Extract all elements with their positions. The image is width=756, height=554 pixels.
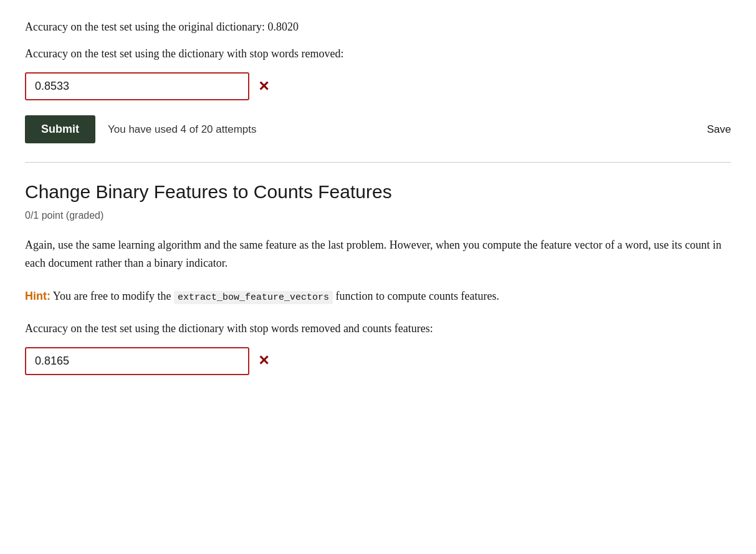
hint-line: Hint: You are free to modify the extract… (25, 287, 731, 305)
answer-input-2[interactable] (25, 347, 249, 375)
attempts-text: You have used 4 of 20 attempts (108, 123, 257, 136)
section-title: Change Binary Features to Counts Feature… (25, 181, 731, 203)
answer-input-row-2: ✕ (25, 347, 731, 375)
accuracy-stop-words-label: Accuracy on the test set using the dicti… (25, 45, 731, 62)
accuracy-counts-label: Accuracy on the test set using the dicti… (25, 320, 731, 337)
hint-label: Hint: (25, 290, 50, 302)
description-text: Again, use the same learning algorithm a… (25, 236, 731, 272)
section-divider (25, 162, 731, 163)
clear-input-2-icon[interactable]: ✕ (258, 353, 269, 369)
clear-input-1-icon[interactable]: ✕ (258, 79, 269, 95)
submit-row: Submit You have used 4 of 20 attempts Sa… (25, 115, 731, 143)
accuracy-original-text: Accuracy on the test set using the origi… (25, 19, 731, 36)
answer-input-row-1: ✕ (25, 72, 731, 100)
counts-features-section: Change Binary Features to Counts Feature… (25, 181, 731, 375)
hint-suffix-text: function to compute counts features. (336, 290, 499, 302)
save-link[interactable]: Save (707, 123, 731, 136)
answer-input-1[interactable] (25, 72, 249, 100)
points-label: 0/1 point (graded) (25, 210, 731, 221)
hint-code: extract_bow_feature_vectors (174, 291, 333, 304)
hint-text: You are free to modify the (53, 290, 171, 302)
submit-button[interactable]: Submit (25, 115, 95, 143)
